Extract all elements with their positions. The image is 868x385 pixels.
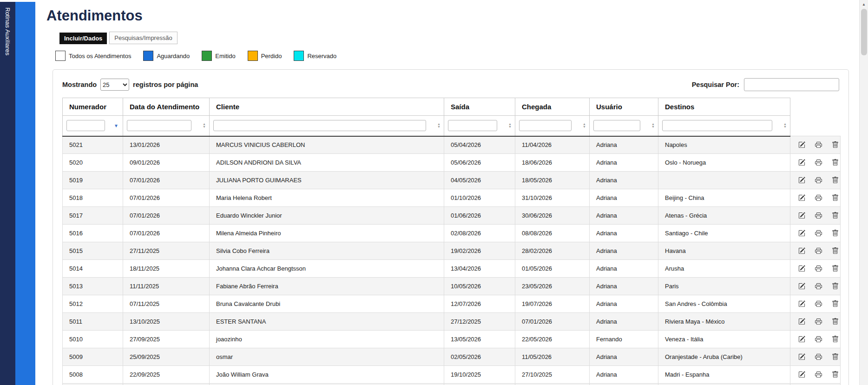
print-icon[interactable] <box>815 230 822 237</box>
delete-icon[interactable] <box>832 247 839 254</box>
col-header-numerador[interactable]: Numerador <box>63 98 123 116</box>
edit-icon[interactable] <box>798 230 805 237</box>
edit-icon[interactable] <box>798 212 805 219</box>
filter-destinos-input[interactable] <box>662 120 772 131</box>
delete-icon[interactable] <box>832 300 839 307</box>
edit-icon[interactable] <box>798 371 805 378</box>
filter-cliente-input[interactable] <box>213 120 426 131</box>
chevron-down-icon[interactable]: ▼ <box>114 123 118 128</box>
col-header-saida[interactable]: Saída <box>444 98 515 116</box>
print-icon[interactable] <box>815 300 822 307</box>
cell-saida: 04/05/2026 <box>444 172 515 189</box>
edit-icon[interactable] <box>798 283 805 290</box>
delete-icon[interactable] <box>832 371 839 378</box>
print-icon[interactable] <box>815 194 822 201</box>
row-actions <box>790 295 841 313</box>
delete-icon[interactable] <box>832 318 839 325</box>
header-row: Numerador Data do Atendimento Cliente Sa… <box>63 98 841 116</box>
edit-icon[interactable] <box>798 353 805 360</box>
filter-numerador-input[interactable] <box>66 120 105 131</box>
delete-icon[interactable] <box>832 353 839 360</box>
row-actions <box>790 154 841 172</box>
page-size-select[interactable]: 25 <box>100 79 129 91</box>
filter-data-input[interactable] <box>127 120 191 131</box>
delete-icon[interactable] <box>832 141 839 148</box>
cell-cliente: MARCUS VINICIUS CABERLON <box>210 136 444 154</box>
print-icon[interactable] <box>815 247 822 254</box>
cell-cliente: Milena Almeida Pinheiro <box>210 225 444 242</box>
delete-icon[interactable] <box>832 159 839 166</box>
sidebar-vertical-label[interactable]: Rotinas Auxiliares <box>4 2 11 55</box>
edit-icon[interactable] <box>798 177 805 184</box>
cell-destinos: Arusha <box>658 260 790 278</box>
scrollbar-thumb[interactable] <box>861 9 867 55</box>
filter-saida-input[interactable] <box>448 120 497 131</box>
col-header-usuario[interactable]: Usuário <box>590 98 658 116</box>
cell-cliente: Bruna Cavalcante Drubi <box>210 295 444 313</box>
sort-arrows-icon[interactable]: ▲▼ <box>437 123 441 128</box>
print-icon[interactable] <box>815 336 822 343</box>
sort-arrows-icon[interactable]: ▲▼ <box>583 123 586 128</box>
filter-chegada-input[interactable] <box>519 120 572 131</box>
delete-icon[interactable] <box>832 212 839 219</box>
cell-cliente: osmar <box>210 348 444 366</box>
col-header-chegada[interactable]: Chegada <box>515 98 590 116</box>
status-legend: Todos os Atendimentos Aguardando Emitido… <box>55 51 859 61</box>
sort-arrows-icon[interactable]: ▲▼ <box>508 123 512 128</box>
cell-cliente: Fabiane Abrão Ferreira <box>210 278 444 295</box>
print-icon[interactable] <box>815 141 822 148</box>
print-icon[interactable] <box>815 283 822 290</box>
print-icon[interactable] <box>815 212 822 219</box>
table-row: 5021 13/01/2026 MARCUS VINICIUS CABERLON… <box>63 136 841 154</box>
print-icon[interactable] <box>815 371 822 378</box>
cell-cliente: ESTER SANTANA <box>210 313 444 331</box>
cell-data-atendimento: 27/11/2025 <box>123 242 210 260</box>
tab-pesquisas-impressao[interactable]: Pesquisas/Impressão <box>109 32 177 44</box>
delete-icon[interactable] <box>832 265 839 272</box>
cell-numerador: 5008 <box>63 366 123 384</box>
delete-icon[interactable] <box>832 230 839 237</box>
scroll-up-icon[interactable]: ▲ <box>860 0 868 8</box>
cell-destinos: Santiago - Chile <box>658 225 790 242</box>
delete-icon[interactable] <box>832 194 839 201</box>
tab-incluir-dados[interactable]: Incluir/Dados <box>59 33 107 44</box>
cell-saida: 05/04/2026 <box>444 136 515 154</box>
col-header-cliente[interactable]: Cliente <box>210 98 444 116</box>
cell-data-atendimento: 18/11/2025 <box>123 260 210 278</box>
cell-destinos: Oslo - Noruega <box>658 154 790 172</box>
delete-icon[interactable] <box>832 283 839 290</box>
col-header-destinos[interactable]: Destinos <box>658 98 790 116</box>
col-header-data[interactable]: Data do Atendimento <box>123 98 210 116</box>
print-icon[interactable] <box>815 177 822 184</box>
edit-icon[interactable] <box>798 141 805 148</box>
edit-icon[interactable] <box>798 247 805 254</box>
print-icon[interactable] <box>815 318 822 325</box>
table-row: 5020 09/01/2026 ADILSON ANDRIONI DA SILV… <box>63 154 841 172</box>
print-icon[interactable] <box>815 353 822 360</box>
delete-icon[interactable] <box>832 336 839 343</box>
edit-icon[interactable] <box>798 265 805 272</box>
edit-icon[interactable] <box>798 318 805 325</box>
edit-icon[interactable] <box>798 194 805 201</box>
sort-arrows-icon[interactable]: ▲▼ <box>203 123 206 128</box>
cell-data-atendimento: 13/10/2025 <box>123 313 210 331</box>
print-icon[interactable] <box>815 159 822 166</box>
legend-item-reservado: Reservado <box>294 51 336 61</box>
filter-cell-saida: ▲▼ <box>444 116 515 136</box>
cell-chegada: 01/05/2026 <box>515 260 590 278</box>
cell-numerador: 5013 <box>63 278 123 295</box>
row-actions <box>790 278 841 295</box>
edit-icon[interactable] <box>798 159 805 166</box>
cell-chegada: 07/01/2026 <box>515 313 590 331</box>
delete-icon[interactable] <box>832 177 839 184</box>
vertical-scrollbar[interactable]: ▲ <box>859 0 868 385</box>
sort-arrows-icon[interactable]: ▲▼ <box>783 123 787 128</box>
filter-usuario-input[interactable] <box>593 120 640 131</box>
search-input[interactable] <box>744 78 839 91</box>
print-icon[interactable] <box>815 265 822 272</box>
sort-arrows-icon[interactable]: ▲▼ <box>651 123 655 128</box>
edit-icon[interactable] <box>798 300 805 307</box>
edit-icon[interactable] <box>798 336 805 343</box>
cell-cliente: João William Grava <box>210 366 444 384</box>
filter-cell-data: ▲▼ <box>123 116 210 136</box>
